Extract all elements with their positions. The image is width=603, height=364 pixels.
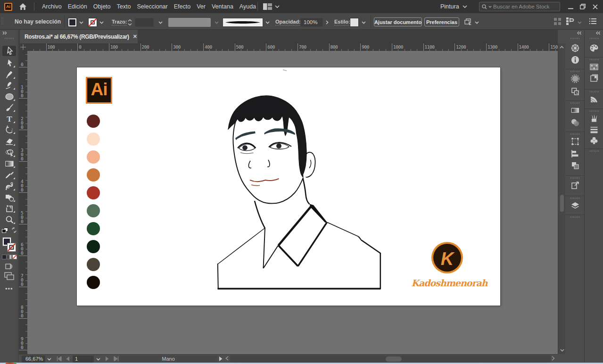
paintbrush-tool[interactable] xyxy=(2,102,16,113)
edit-toolbar-ellipsis-icon[interactable]: ••• xyxy=(5,285,13,292)
align-panel-button[interactable] xyxy=(569,149,582,159)
last-artboard-icon[interactable] xyxy=(113,356,119,361)
previous-artboard-icon[interactable] xyxy=(66,356,70,361)
info-panel-button[interactable] xyxy=(569,55,582,65)
isolate-mode-icon[interactable] xyxy=(464,18,472,25)
default-fill-stroke-icon[interactable] xyxy=(2,228,8,233)
navigator-panel-button[interactable] xyxy=(569,43,582,53)
ruler-corner[interactable] xyxy=(19,43,27,51)
next-artboard-icon[interactable] xyxy=(105,356,109,361)
dock-group-grip[interactable] xyxy=(570,177,579,179)
panel-dock-icon[interactable] xyxy=(566,17,574,25)
brush-definition-preview[interactable] xyxy=(223,18,263,27)
vertical-scrollbar-thumb[interactable] xyxy=(560,195,564,212)
dock-group-grip[interactable] xyxy=(570,198,579,199)
scroll-down-icon[interactable] xyxy=(560,349,564,352)
scroll-right-icon[interactable] xyxy=(552,356,555,361)
dock-group-grip[interactable] xyxy=(590,91,599,92)
dock-group-grip[interactable] xyxy=(570,38,579,39)
stroke-color-control[interactable] xyxy=(7,243,16,252)
direct-selection-tool[interactable] xyxy=(2,58,16,68)
menu-item-ver[interactable]: Ver xyxy=(197,3,206,10)
artboard-number-field[interactable]: 1 xyxy=(73,356,94,363)
style-label[interactable]: Estilo: xyxy=(334,19,350,25)
type-tool[interactable]: T xyxy=(2,114,16,124)
zoom-tool[interactable] xyxy=(2,215,16,225)
control-panel-menu-icon[interactable] xyxy=(589,18,596,24)
gradient-tool[interactable] xyxy=(2,158,16,169)
dock-group-grip[interactable] xyxy=(570,71,579,72)
brush-definition-dropdown[interactable] xyxy=(264,18,271,27)
status-flyout-icon[interactable] xyxy=(219,356,223,361)
fill-color-dropdown[interactable] xyxy=(78,18,84,27)
horizontal-scrollbar[interactable] xyxy=(230,356,551,363)
arrange-documents-control[interactable] xyxy=(263,3,280,10)
shape-builder-tool[interactable] xyxy=(2,192,16,203)
tab-close-icon[interactable]: ✕ xyxy=(133,33,137,40)
artboards-panel-button[interactable] xyxy=(569,86,582,97)
opacity-field[interactable]: 100% xyxy=(300,18,323,27)
selection-tool[interactable] xyxy=(2,46,16,56)
swatch-libraries-panel-button[interactable] xyxy=(587,73,601,83)
dock-group-grip[interactable] xyxy=(590,150,599,152)
dock-group-grip[interactable] xyxy=(590,38,599,39)
color-mode-icon[interactable] xyxy=(2,255,7,259)
artboard-dropdown[interactable] xyxy=(95,356,101,363)
none-mode-icon[interactable] xyxy=(12,255,17,259)
global-edit-panel-button[interactable] xyxy=(569,74,582,84)
stroke-width-stepper[interactable] xyxy=(128,18,134,27)
zoom-dropdown[interactable] xyxy=(46,356,52,363)
scroll-up-icon[interactable] xyxy=(560,46,564,49)
opacity-expand-button[interactable] xyxy=(324,18,330,27)
preferences-button[interactable]: Preferencias xyxy=(424,17,459,26)
canvas-pasteboard[interactable]: Ai xyxy=(27,51,558,354)
dock-collapse-header[interactable] xyxy=(565,30,584,36)
menu-item-texto[interactable]: Texto xyxy=(117,3,131,10)
menu-item-seleccionar[interactable]: Seleccionar xyxy=(137,3,167,10)
menu-item-ayuda[interactable]: Ayuda xyxy=(240,3,256,10)
fill-color-swatch[interactable] xyxy=(68,18,77,27)
asset-export-panel-button[interactable] xyxy=(569,180,582,190)
close-button[interactable] xyxy=(589,1,601,12)
status-tool-field[interactable]: Mano xyxy=(119,356,217,363)
adobe-stock-search-input[interactable]: Buscar en Adobe Stock xyxy=(479,2,560,11)
control-bar-grip[interactable] xyxy=(1,17,4,26)
menu-item-efecto[interactable]: Efecto xyxy=(174,3,190,10)
swatches-panel-button[interactable] xyxy=(587,62,601,72)
document-tab[interactable]: Rostros.ai* al 66,67% (RGB/Previsualizar… xyxy=(20,30,138,43)
eraser-tool[interactable] xyxy=(2,136,16,147)
horizontal-scrollbar-thumb[interactable] xyxy=(386,356,402,362)
swap-fill-stroke-icon[interactable] xyxy=(11,227,17,233)
fit-document-button[interactable]: Ajustar documento xyxy=(374,17,422,26)
restore-button[interactable] xyxy=(577,1,589,12)
dock-group-grip[interactable] xyxy=(570,102,579,104)
stroke-color-dropdown[interactable] xyxy=(98,18,105,27)
isolate-mode-dropdown[interactable] xyxy=(473,18,480,27)
puppet-warp-tool[interactable] xyxy=(2,181,16,191)
vertical-scrollbar[interactable] xyxy=(558,43,565,354)
stroke-width-dropdown[interactable] xyxy=(157,18,164,27)
tools-panel-header[interactable] xyxy=(0,30,18,36)
menu-item-ventana[interactable]: Ventana xyxy=(212,3,233,10)
dock-group-grip[interactable] xyxy=(570,133,579,135)
eyedropper-tool[interactable] xyxy=(2,170,16,180)
curvature-tool[interactable] xyxy=(2,80,16,91)
zoom-level-field[interactable]: 66,67% xyxy=(22,356,45,363)
style-swatch[interactable] xyxy=(350,18,359,27)
brushes-panel-button[interactable] xyxy=(587,113,601,124)
gradient-mode-icon[interactable] xyxy=(7,255,12,259)
dock-group-grip[interactable] xyxy=(570,216,579,218)
gradient-panel-button[interactable] xyxy=(569,105,582,116)
color-guide-panel-button[interactable] xyxy=(587,94,601,104)
color-panel-button[interactable] xyxy=(587,43,601,53)
ellipse-tool[interactable] xyxy=(2,91,16,102)
layers-panel-button[interactable] xyxy=(569,200,582,211)
screen-mode-icon[interactable] xyxy=(4,272,14,280)
tools-panel-grip[interactable] xyxy=(5,38,14,39)
transparency-panel-button[interactable] xyxy=(569,117,582,128)
graphic-styles-panel-button[interactable] xyxy=(587,135,601,146)
stroke-panel-button[interactable] xyxy=(587,124,601,135)
stroke-width-field[interactable] xyxy=(135,18,154,27)
dock-group-grip[interactable] xyxy=(590,59,599,60)
drawing-mode-icon[interactable] xyxy=(5,263,13,270)
